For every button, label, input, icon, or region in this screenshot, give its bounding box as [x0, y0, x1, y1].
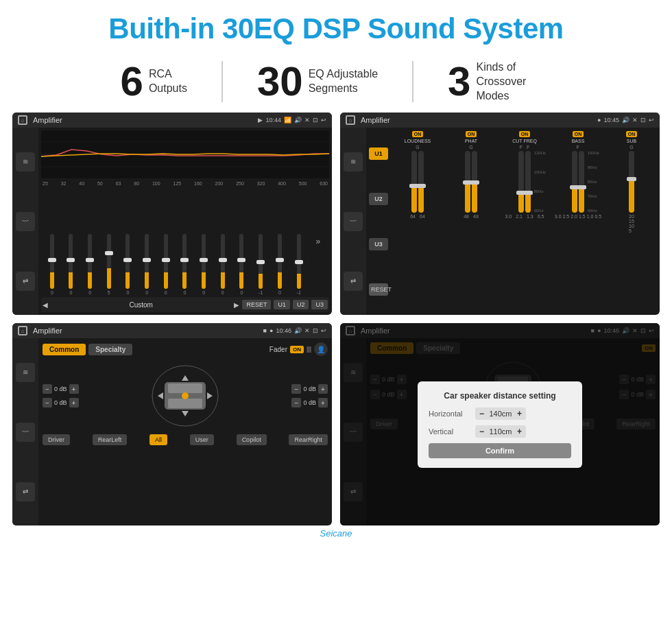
- amp-sidebar-btn-3[interactable]: ⇄: [344, 272, 363, 291]
- svg-marker-10: [182, 411, 189, 416]
- eq-u2-btn[interactable]: U2: [293, 300, 309, 309]
- common-sidebar-btn-1[interactable]: ≋: [16, 363, 35, 382]
- svg-marker-12: [207, 392, 213, 399]
- confirm-button[interactable]: Confirm: [429, 443, 571, 458]
- eq-slider-8: 0: [182, 234, 187, 295]
- screen-eq: ⌂ Amplifier ▶ 10:44 📶 🔊 ✕ ⊡ ↩ ≋ 〰: [12, 113, 332, 315]
- cutfreq-slider-1[interactable]: [518, 151, 524, 213]
- eq-time: 10:44: [265, 117, 281, 123]
- eq-prev-btn[interactable]: ◀: [43, 301, 48, 309]
- amp-time: 10:45: [603, 117, 619, 123]
- copilot-btn[interactable]: Copilot: [237, 434, 267, 445]
- dialog-horizontal-row: Horizontal − 140cm +: [429, 407, 571, 420]
- eq-u1-btn[interactable]: U1: [274, 300, 290, 309]
- horizontal-label: Horizontal: [429, 410, 470, 418]
- amp-u1-btn[interactable]: U1: [369, 147, 388, 160]
- specialty-tab[interactable]: Specialty: [88, 344, 132, 355]
- phat-g-label: G: [469, 145, 472, 150]
- common-dot-icon: ■: [263, 327, 267, 334]
- watermark-text: Seicane: [320, 528, 352, 539]
- common-status-icons: ■ ● 10:46 🔊 ✕ ⊡ ↩: [263, 327, 326, 334]
- sub-on-badge: ON: [626, 131, 638, 137]
- eq-window-icon: ⊡: [313, 117, 318, 123]
- rearright-btn[interactable]: RearRight: [289, 434, 328, 445]
- amp-content: ≋ 〰 ⇄ U1 U2 U3 RESET: [340, 128, 660, 315]
- all-btn[interactable]: All: [149, 434, 167, 445]
- amp-app-title: Amplifier: [361, 116, 595, 124]
- horizontal-plus-btn[interactable]: +: [517, 409, 522, 418]
- amp-sidebar-icon-1: ≋: [350, 158, 356, 165]
- screen-distance: ⌂ Amplifier ■ ● 10:46 🔊 ✕ ⊡ ↩ ≋ 〰: [340, 323, 660, 525]
- dialog-overlay: Car speaker distance setting Horizontal …: [340, 323, 660, 525]
- stat-crossover-number: 3: [448, 61, 470, 102]
- loudness-slider-2[interactable]: [418, 151, 424, 213]
- left-bot-minus[interactable]: −: [43, 398, 52, 407]
- left-bot-plus[interactable]: +: [69, 398, 79, 407]
- stat-rca-label: RCAOutputs: [149, 67, 187, 96]
- left-top-minus[interactable]: −: [43, 384, 52, 394]
- amp-home-icon[interactable]: ⌂: [346, 115, 355, 125]
- right-bot-minus[interactable]: −: [291, 398, 301, 407]
- amp-sidebar-btn-1[interactable]: ≋: [344, 152, 363, 172]
- eq-sidebar-btn-1[interactable]: ≋: [16, 152, 35, 172]
- common-vol-icon: 🔊: [294, 327, 302, 334]
- vertical-plus-btn[interactable]: +: [517, 427, 522, 436]
- cutfreq-on-badge: ON: [519, 131, 531, 137]
- horizontal-value: 140cm: [487, 410, 514, 418]
- eq-u3-btn[interactable]: U3: [311, 300, 328, 309]
- user-btn[interactable]: User: [190, 434, 214, 445]
- common-bottom-btns: Driver RearLeft All User Copilot RearRig…: [43, 434, 328, 445]
- eq-mode-label: Custom: [51, 301, 231, 309]
- phat-slider-2[interactable]: [472, 151, 477, 213]
- eq-content: ≋ 〰 ⇄: [12, 128, 332, 315]
- amp-u3-btn[interactable]: U3: [369, 238, 388, 250]
- home-icon[interactable]: ⌂: [18, 115, 27, 125]
- cutfreq-label: CUT FREQ: [512, 139, 537, 143]
- eq-reset-btn[interactable]: RESET: [242, 300, 271, 309]
- eq-slider-9: 0: [202, 234, 206, 295]
- screen-common: ⌂ Amplifier ■ ● 10:46 🔊 ✕ ⊡ ↩ ≋ 〰: [12, 323, 332, 525]
- common-sidebar-btn-3[interactable]: ⇄: [16, 482, 35, 501]
- right-top-plus[interactable]: +: [318, 384, 328, 394]
- eq-slider-14: -1: [297, 234, 301, 295]
- common-tab[interactable]: Common: [43, 344, 86, 355]
- eq-sidebar-btn-3[interactable]: ⇄: [16, 272, 35, 291]
- eq-slider-7: 0: [164, 234, 168, 295]
- rearleft-btn[interactable]: RearLeft: [93, 434, 128, 445]
- loudness-slider[interactable]: [411, 151, 417, 213]
- eq-slider-10: 0: [221, 234, 225, 295]
- bass-on-badge: ON: [573, 131, 584, 137]
- horizontal-minus-btn[interactable]: −: [479, 409, 484, 418]
- horizontal-ctrl: − 140cm +: [475, 407, 526, 420]
- right-top-minus[interactable]: −: [291, 384, 301, 394]
- fader-on-badge: ON: [290, 346, 304, 353]
- fader-label: Fader: [269, 346, 287, 353]
- vertical-minus-btn[interactable]: −: [479, 427, 484, 436]
- sub-slider[interactable]: [629, 151, 634, 213]
- stat-eq-label: EQ AdjustableSegments: [309, 67, 378, 96]
- amp-sidebar-btn-2[interactable]: 〰: [344, 212, 363, 231]
- left-bot-ctrl: − 0 dB +: [43, 398, 79, 407]
- common-status-bar: ⌂ Amplifier ■ ● 10:46 🔊 ✕ ⊡ ↩: [12, 323, 332, 338]
- eq-next-btn[interactable]: ▶: [234, 301, 239, 309]
- left-top-plus[interactable]: +: [69, 384, 79, 394]
- eq-expand-icon[interactable]: »: [315, 237, 320, 246]
- common-sidebar: ≋ 〰 ⇄: [12, 338, 38, 525]
- bass-label: BASS: [572, 139, 585, 143]
- eq-main: 25 32 40 50 63 80 100 125 160 200 250 32…: [38, 128, 332, 315]
- common-home-icon[interactable]: ⌂: [18, 326, 27, 335]
- profile-icon[interactable]: 👤: [314, 342, 328, 356]
- bass-slider-2[interactable]: [579, 151, 584, 213]
- distance-dialog: Car speaker distance setting Horizontal …: [418, 381, 582, 468]
- bass-slider[interactable]: [572, 151, 577, 213]
- eq-sidebar-icon-2: 〰: [22, 217, 29, 225]
- amp-reset-btn[interactable]: RESET: [369, 283, 388, 296]
- amp-u2-btn[interactable]: U2: [369, 193, 388, 205]
- common-sidebar-btn-2[interactable]: 〰: [16, 423, 35, 442]
- amp-back-icon: ↩: [649, 117, 654, 123]
- right-bot-plus[interactable]: +: [318, 398, 328, 407]
- eq-sidebar-btn-2[interactable]: 〰: [16, 212, 35, 231]
- cutfreq-slider-2[interactable]: [525, 151, 531, 213]
- driver-btn[interactable]: Driver: [43, 434, 70, 445]
- eq-sliders-row: 0 0 0: [41, 187, 329, 295]
